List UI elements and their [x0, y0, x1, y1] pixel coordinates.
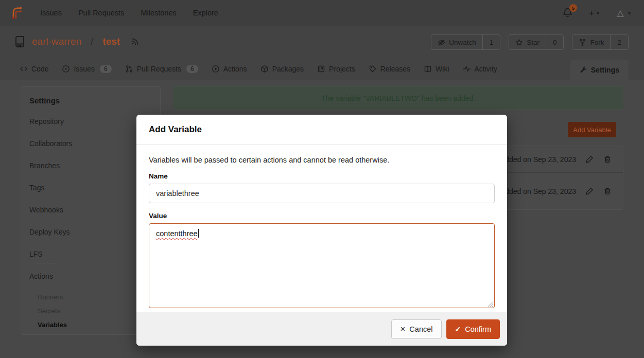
cancel-button-label: Cancel	[409, 325, 432, 333]
pencil-icon	[585, 187, 594, 195]
sidebar-divider	[36, 263, 56, 263]
tab-code[interactable]: Code	[20, 65, 48, 73]
unwatch-label: Unwatch	[449, 39, 476, 46]
fork-icon	[579, 39, 586, 46]
tab-pull-requests[interactable]: Pull Requests 6	[125, 65, 198, 73]
resize-grip[interactable]	[488, 301, 493, 307]
modal-footer: × Cancel ✓ Confirm	[136, 312, 507, 346]
variable-added-date: dded on Sep 23, 2023	[505, 187, 576, 195]
nav-link-issues[interactable]: Issues	[40, 9, 62, 17]
chevron-down-icon: ▾	[628, 10, 631, 16]
confirm-button-label: Confirm	[465, 325, 491, 333]
pulse-icon	[463, 65, 471, 73]
add-variable-button[interactable]: Add Variable	[568, 122, 616, 137]
success-banner: The variable "VARIABLETWO" has been adde…	[173, 86, 623, 110]
pulls-count-pill: 6	[186, 65, 198, 73]
check-icon: ✓	[455, 325, 461, 333]
tab-actions[interactable]: Actions	[212, 65, 247, 73]
sidebar-title: Settings	[21, 94, 160, 110]
repo-owner-link[interactable]: earl-warren	[32, 36, 81, 47]
repository-icon	[13, 35, 26, 48]
avatar: △	[615, 7, 626, 19]
confirm-button[interactable]: ✓ Confirm	[446, 319, 500, 339]
repo-action-buttons: Unwatch 1 Star 0	[431, 34, 629, 50]
page: Issues Pull Requests Milestones Explore …	[0, 0, 644, 358]
nav-link-explore[interactable]: Explore	[193, 9, 218, 17]
tab-pulls-label: Pull Requests	[137, 65, 181, 73]
forgejo-logo-icon[interactable]	[10, 6, 24, 20]
nav-link-pull-requests[interactable]: Pull Requests	[78, 9, 124, 17]
wrench-icon	[580, 66, 587, 74]
value-textarea[interactable]: contentthree	[149, 223, 495, 308]
tab-releases-label: Releases	[380, 65, 410, 73]
nav-link-milestones[interactable]: Milestones	[141, 9, 176, 17]
repo-name-link[interactable]: test	[102, 36, 120, 47]
project-board-icon	[317, 65, 325, 73]
tab-actions-label: Actions	[223, 65, 247, 73]
tab-wiki[interactable]: Wiki	[424, 65, 449, 73]
issues-count-pill: 6	[100, 65, 112, 73]
tab-packages[interactable]: Packages	[260, 65, 304, 73]
user-menu-dropdown[interactable]: △ ▾	[615, 7, 631, 19]
watchers-count[interactable]: 1	[482, 35, 500, 49]
star-label: Star	[527, 39, 539, 46]
tab-issues-label: Issues	[74, 65, 94, 73]
issue-icon	[62, 65, 70, 73]
close-icon: ×	[400, 325, 405, 333]
edit-variable-button[interactable]	[585, 187, 594, 195]
navbar-right: 5 + ▾ △ ▾	[562, 7, 631, 19]
repo-separator: /	[91, 36, 93, 47]
chevron-down-icon: ▾	[597, 10, 599, 16]
tab-settings-label: Settings	[591, 66, 619, 74]
modal-body: Variables will be passed to certain acti…	[136, 145, 507, 308]
trash-icon	[603, 155, 612, 164]
tab-issues[interactable]: Issues 6	[62, 65, 111, 73]
tab-activity[interactable]: Activity	[463, 65, 497, 73]
notifications-button[interactable]: 5	[562, 7, 573, 19]
repo-tab-bar: Code Issues 6 Pull Requests 6 Actions Pa…	[0, 58, 644, 80]
navbar-links: Issues Pull Requests Milestones Explore	[40, 9, 218, 17]
tag-icon	[369, 65, 377, 73]
tab-wiki-label: Wiki	[436, 65, 449, 73]
notification-count-badge: 5	[569, 4, 577, 12]
top-navbar: Issues Pull Requests Milestones Explore …	[0, 0, 644, 26]
variable-added-date: dded on Sep 23, 2023	[505, 155, 576, 164]
create-new-dropdown[interactable]: + ▾	[589, 8, 599, 18]
unwatch-button[interactable]: Unwatch	[431, 35, 482, 49]
modal-title: Add Variable	[149, 124, 202, 135]
name-field-label: Name	[149, 172, 495, 180]
stars-count[interactable]: 0	[546, 35, 564, 49]
text-cursor	[198, 229, 199, 238]
delete-variable-button[interactable]	[603, 187, 612, 195]
name-input[interactable]	[149, 184, 495, 203]
star-button[interactable]: Star	[509, 35, 546, 49]
book-icon	[424, 65, 432, 73]
plus-icon: +	[589, 8, 595, 18]
star-icon	[515, 39, 523, 46]
tab-projects-label: Projects	[329, 65, 355, 73]
play-circle-icon	[212, 65, 220, 73]
rss-feed-icon[interactable]	[131, 37, 140, 46]
tab-projects[interactable]: Projects	[317, 65, 355, 73]
repo-header: earl-warren / test Unwatch 1	[0, 26, 644, 58]
value-field-label: Value	[149, 212, 495, 220]
fork-button[interactable]: Fork	[572, 35, 610, 49]
modal-description: Variables will be passed to certain acti…	[149, 156, 495, 164]
trash-icon	[603, 187, 612, 195]
fork-label: Fork	[590, 39, 604, 46]
star-button-group: Star 0	[509, 34, 564, 50]
tab-releases[interactable]: Releases	[369, 65, 410, 73]
tab-settings[interactable]: Settings	[570, 60, 629, 80]
delete-variable-button[interactable]	[603, 155, 612, 164]
cancel-button[interactable]: × Cancel	[391, 319, 441, 339]
eye-slash-icon	[438, 39, 445, 46]
fork-button-group: Fork 2	[572, 34, 629, 50]
tab-code-label: Code	[31, 65, 48, 73]
edit-variable-button[interactable]	[585, 155, 594, 164]
code-icon	[20, 65, 28, 73]
add-variable-modal: Add Variable Variables will be passed to…	[136, 115, 507, 346]
tab-packages-label: Packages	[272, 65, 304, 73]
modal-header: Add Variable	[136, 115, 507, 145]
forks-count[interactable]: 2	[610, 35, 628, 49]
pencil-icon	[585, 155, 594, 164]
